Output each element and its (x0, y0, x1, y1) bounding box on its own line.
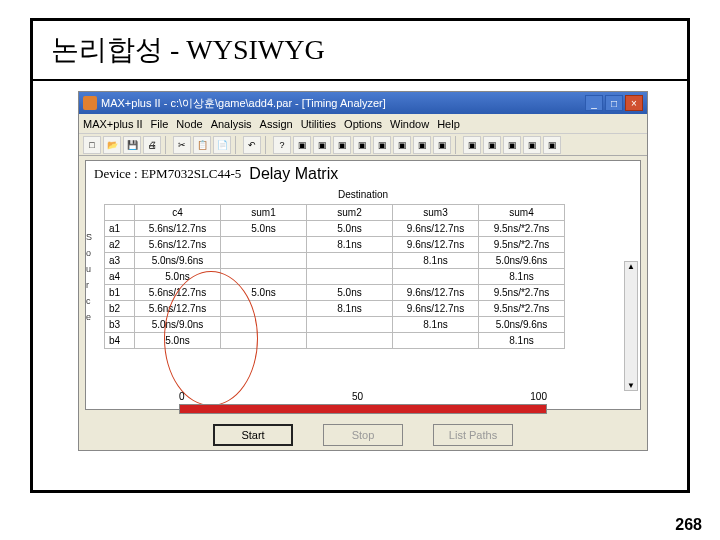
progress-min: 0 (179, 391, 185, 402)
minimize-button[interactable]: _ (585, 95, 603, 111)
timing-analyzer-panel: Device : EPM7032SLC44-5 Delay Matrix Des… (85, 160, 641, 410)
titlebar: MAX+plus II - c:\이상훈\game\add4.par - [Ti… (79, 92, 647, 114)
tool-icon[interactable]: ▣ (503, 136, 521, 154)
tool-icon[interactable]: ▣ (393, 136, 411, 154)
list-paths-button[interactable]: List Paths (433, 424, 513, 446)
help-icon[interactable]: ? (273, 136, 291, 154)
start-button[interactable]: Start (213, 424, 293, 446)
cut-icon[interactable]: ✂ (173, 136, 191, 154)
tool-icon[interactable]: ▣ (313, 136, 331, 154)
menu-file[interactable]: File (151, 118, 169, 130)
open-icon[interactable]: 📂 (103, 136, 121, 154)
new-icon[interactable]: □ (83, 136, 101, 154)
close-button[interactable]: × (625, 95, 643, 111)
progress-mid: 50 (352, 391, 363, 402)
app-window: MAX+plus II - c:\이상훈\game\add4.par - [Ti… (78, 91, 648, 451)
menu-utilities[interactable]: Utilities (301, 118, 336, 130)
source-axis-label: Source (86, 204, 100, 349)
vertical-scrollbar[interactable] (624, 261, 638, 391)
tool-icon[interactable]: ▣ (353, 136, 371, 154)
menubar: MAX+plus II File Node Analysis Assign Ut… (79, 114, 647, 134)
menu-analysis[interactable]: Analysis (211, 118, 252, 130)
print-icon[interactable]: 🖨 (143, 136, 161, 154)
tool-icon[interactable]: ▣ (413, 136, 431, 154)
tool-icon[interactable]: ▣ (463, 136, 481, 154)
tool-icon[interactable]: ▣ (483, 136, 501, 154)
save-icon[interactable]: 💾 (123, 136, 141, 154)
progress-max: 100 (530, 391, 547, 402)
progress-area: 0 50 100 (179, 391, 547, 414)
menu-maxplus[interactable]: MAX+plus II (83, 118, 143, 130)
paste-icon[interactable]: 📄 (213, 136, 231, 154)
menu-assign[interactable]: Assign (260, 118, 293, 130)
page-number: 268 (675, 516, 702, 534)
stop-button[interactable]: Stop (323, 424, 403, 446)
copy-icon[interactable]: 📋 (193, 136, 211, 154)
app-icon (83, 96, 97, 110)
tool-icon[interactable]: ▣ (373, 136, 391, 154)
tool-icon[interactable]: ▣ (333, 136, 351, 154)
maximize-button[interactable]: □ (605, 95, 623, 111)
device-label: Device : EPM7032SLC44-5 (94, 166, 241, 182)
tool-icon[interactable]: ▣ (293, 136, 311, 154)
menu-help[interactable]: Help (437, 118, 460, 130)
progress-bar (179, 404, 547, 414)
delay-matrix-label: Delay Matrix (249, 165, 338, 183)
toolbar: □ 📂 💾 🖨 ✂ 📋 📄 ↶ ? ▣ ▣ ▣ ▣ ▣ ▣ ▣ ▣ ▣ ▣ ▣ … (79, 134, 647, 156)
undo-icon[interactable]: ↶ (243, 136, 261, 154)
window-title: MAX+plus II - c:\이상훈\game\add4.par - [Ti… (101, 96, 585, 111)
slide-title: 논리합성 - WYSIWYG (33, 21, 687, 81)
tool-icon[interactable]: ▣ (523, 136, 541, 154)
tool-icon[interactable]: ▣ (433, 136, 451, 154)
menu-window[interactable]: Window (390, 118, 429, 130)
destination-label: Destination (86, 187, 640, 204)
menu-node[interactable]: Node (176, 118, 202, 130)
menu-options[interactable]: Options (344, 118, 382, 130)
delay-matrix-table: c4sum1sum2sum3sum4a15.6ns/12.7ns5.0ns5.0… (104, 204, 565, 349)
tool-icon[interactable]: ▣ (543, 136, 561, 154)
